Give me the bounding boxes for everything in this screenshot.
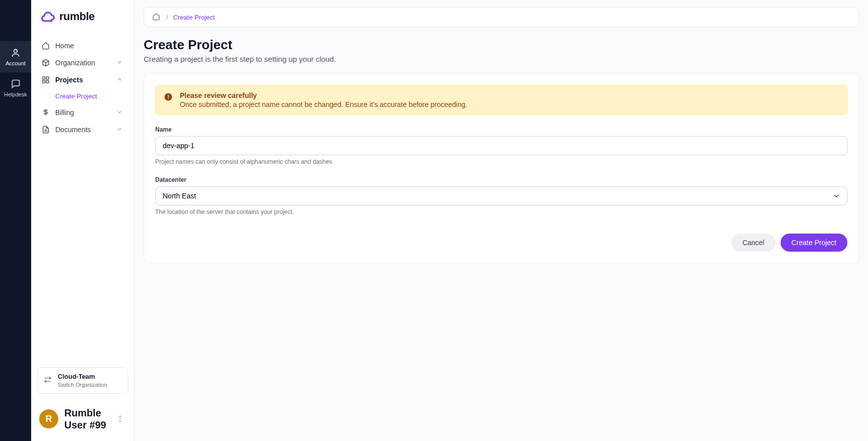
sidebar-item-home[interactable]: Home (37, 38, 128, 53)
sidebar-nav: Home Organization Projects Create Projec… (37, 38, 128, 137)
sidebar-spacer (37, 137, 128, 367)
form-group-name: Name Project names can only consist of a… (155, 126, 847, 165)
rail-item-helpdesk[interactable]: Helpdesk (0, 72, 31, 103)
svg-point-5 (120, 416, 121, 417)
chevron-up-icon (116, 76, 124, 84)
sidebar-item-projects[interactable]: Projects (37, 72, 128, 87)
document-icon (41, 125, 50, 134)
rail-item-account[interactable]: Account (0, 41, 31, 72)
user-name: Rumble User #99 (64, 407, 108, 431)
cube-icon (41, 58, 50, 67)
form-card: Please review carefully Once submitted, … (144, 73, 859, 263)
datacenter-help: The location of the server that contains… (155, 208, 847, 215)
breadcrumb-current[interactable]: Create Project (173, 14, 215, 21)
datacenter-select-wrap: North East (155, 186, 847, 205)
user-icon (10, 47, 21, 58)
dollar-icon (41, 108, 50, 117)
user-menu-button[interactable] (114, 413, 126, 425)
dots-vertical-icon (116, 414, 125, 423)
user-row: R Rumble User #99 (37, 402, 128, 441)
avatar[interactable]: R (39, 409, 58, 428)
chat-icon (10, 78, 21, 89)
brand-name: rumble (59, 10, 94, 23)
chevron-down-icon (116, 108, 124, 117)
svg-point-0 (14, 49, 18, 53)
form-group-datacenter: Datacenter North East The location of th… (155, 176, 847, 215)
sidebar-subitem-create-project[interactable]: Create Project (51, 89, 128, 103)
sidebar: rumble Home Organization Projects (31, 0, 135, 441)
svg-point-6 (120, 418, 121, 419)
warning-icon (164, 92, 174, 102)
alert-body: Please review carefully Once submitted, … (180, 91, 467, 108)
org-switcher-text: Cloud-Team Switch Organization (58, 373, 107, 388)
svg-rect-1 (43, 77, 45, 79)
rail-label-helpdesk: Helpdesk (4, 91, 27, 97)
org-name: Cloud-Team (58, 373, 107, 381)
datacenter-select[interactable]: North East (155, 186, 847, 205)
sidebar-item-label: Billing (55, 108, 111, 117)
sidebar-item-organization[interactable]: Organization (37, 55, 128, 70)
switch-icon (44, 376, 53, 385)
rail-label-account: Account (6, 60, 26, 66)
name-label: Name (155, 126, 847, 133)
sidebar-item-label: Documents (55, 126, 111, 134)
cloud-icon (40, 9, 55, 24)
sidebar-item-label: Projects (55, 76, 111, 84)
org-switcher[interactable]: Cloud-Team Switch Organization (37, 367, 128, 394)
app-rail: Account Helpdesk (0, 0, 31, 441)
alert-title: Please review carefully (180, 91, 467, 99)
svg-point-7 (120, 421, 121, 422)
svg-rect-10 (168, 98, 169, 99)
org-sub: Switch Organization (58, 381, 107, 388)
alert-text: Once submitted, a project name cannot be… (180, 100, 467, 108)
sidebar-item-documents[interactable]: Documents (37, 122, 128, 137)
create-project-button[interactable]: Create Project (781, 234, 847, 252)
breadcrumb: / Create Project (144, 7, 859, 27)
sidebar-item-billing[interactable]: Billing (37, 105, 128, 120)
datacenter-label: Datacenter (155, 176, 847, 183)
grid-icon (41, 75, 50, 84)
sidebar-item-label: Organization (55, 59, 111, 67)
svg-rect-2 (46, 77, 49, 79)
main-content: / Create Project Create Project Creating… (135, 0, 868, 441)
name-help: Project names can only consist of alphan… (155, 158, 847, 165)
name-input[interactable] (155, 136, 847, 155)
svg-rect-4 (46, 80, 49, 83)
form-actions: Cancel Create Project (155, 234, 847, 252)
svg-rect-9 (168, 95, 169, 98)
cancel-button[interactable]: Cancel (731, 234, 776, 252)
chevron-down-icon (116, 126, 124, 134)
sidebar-sub-projects: Create Project (37, 89, 128, 103)
chevron-down-icon (116, 59, 124, 67)
breadcrumb-home[interactable] (152, 13, 161, 22)
warning-alert: Please review carefully Once submitted, … (155, 85, 847, 115)
sidebar-item-label: Home (55, 42, 124, 50)
page-title: Create Project (144, 37, 859, 53)
breadcrumb-separator: / (166, 14, 168, 21)
page-subtitle: Creating a project is the first step to … (144, 55, 859, 63)
home-icon (41, 41, 50, 50)
brand-logo[interactable]: rumble (37, 0, 128, 38)
home-icon (152, 13, 160, 21)
svg-rect-3 (43, 80, 45, 83)
